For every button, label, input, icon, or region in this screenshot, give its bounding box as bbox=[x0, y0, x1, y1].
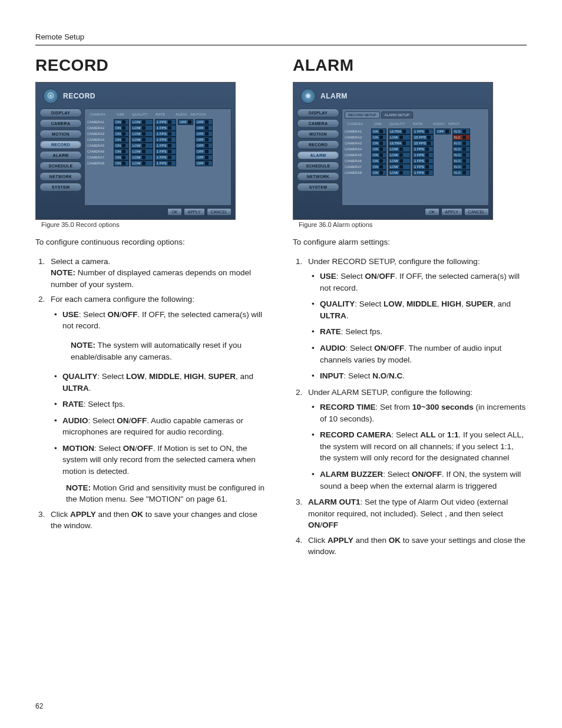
sidebar-item-system[interactable]: SYSTEM bbox=[39, 183, 82, 192]
dropdown[interactable]: ON bbox=[114, 137, 129, 143]
alarm-screenshot[interactable]: ✺ ALARM DISPLAYCAMERAMOTIONRECORDALARMSC… bbox=[293, 82, 493, 220]
dropdown[interactable]: LOW bbox=[388, 152, 411, 158]
dropdown[interactable]: ON bbox=[114, 143, 129, 149]
dropdown[interactable]: LOW bbox=[388, 158, 411, 164]
dropdown[interactable]: OFF bbox=[435, 129, 451, 134]
dropdown[interactable]: 15 FPS bbox=[412, 140, 434, 146]
dropdown[interactable]: LOW bbox=[131, 149, 153, 154]
dropdown[interactable]: ON bbox=[371, 152, 386, 158]
sidebar-item-motion[interactable]: MOTION bbox=[39, 130, 82, 139]
dropdown[interactable]: 1 FPS bbox=[155, 143, 176, 149]
dropdown[interactable]: OFF bbox=[195, 119, 213, 125]
dropdown[interactable]: 1 FPS bbox=[155, 137, 176, 143]
sidebar-item-record[interactable]: RECORD bbox=[297, 140, 339, 149]
dropdown[interactable]: ON bbox=[114, 125, 129, 131]
dropdown[interactable]: 1 FPS bbox=[155, 131, 176, 137]
dropdown[interactable]: N.O. bbox=[452, 158, 470, 164]
sidebar-item-record[interactable]: RECORD bbox=[39, 140, 82, 149]
dropdown[interactable]: 1 FPS bbox=[412, 129, 434, 134]
camera-label: CAMERA1 bbox=[345, 130, 369, 133]
dropdown[interactable]: OFF bbox=[178, 119, 193, 125]
dropdown[interactable]: 1 FPS bbox=[412, 146, 434, 152]
ok-button[interactable]: OK bbox=[425, 208, 439, 216]
dropdown[interactable]: 1 FPS bbox=[155, 149, 176, 154]
column-use: USE bbox=[117, 113, 132, 116]
camera-label: CAMERA2 bbox=[345, 136, 369, 139]
dropdown[interactable]: 1 FPS bbox=[155, 154, 176, 160]
apply-button[interactable]: APPLY bbox=[184, 208, 205, 216]
dropdown[interactable]: OFF bbox=[195, 125, 213, 131]
cancel-button[interactable]: CANCEL bbox=[207, 208, 232, 216]
dropdown[interactable]: LOW bbox=[388, 170, 411, 176]
dropdown[interactable]: ON bbox=[371, 158, 386, 164]
dropdown[interactable]: N.O. bbox=[452, 164, 470, 170]
sidebar-item-schedule[interactable]: SCHEDULE bbox=[39, 162, 82, 170]
dropdown[interactable]: LOW bbox=[388, 134, 411, 140]
sidebar-item-alarm[interactable]: ALARM bbox=[39, 151, 82, 160]
sidebar-item-motion[interactable]: MOTION bbox=[297, 130, 339, 139]
apply-button[interactable]: APPLY bbox=[441, 208, 462, 216]
record-screenshot[interactable]: ⦿ RECORD DISPLAYCAMERAMOTIONRECORDALARMS… bbox=[35, 82, 236, 220]
sidebar-item-camera[interactable]: CAMERA bbox=[39, 119, 82, 128]
dropdown[interactable]: N.O. bbox=[452, 170, 470, 176]
cancel-button[interactable]: CANCEL bbox=[464, 208, 489, 216]
alarm-step1: Under RECORD SETUP, configure the follow… bbox=[308, 257, 480, 266]
dropdown[interactable]: OFF bbox=[195, 143, 213, 149]
sidebar-item-display[interactable]: DISPLAY bbox=[39, 108, 82, 117]
dropdown[interactable]: ON bbox=[371, 134, 386, 140]
dropdown[interactable]: LOW bbox=[388, 146, 411, 152]
sidebar-item-network[interactable]: NETWORK bbox=[39, 172, 82, 181]
dropdown[interactable]: N.C. bbox=[452, 134, 470, 140]
sidebar-item-display[interactable]: DISPLAY bbox=[297, 108, 339, 117]
dropdown[interactable]: LOW bbox=[131, 137, 153, 143]
dropdown[interactable]: OFF bbox=[195, 131, 213, 137]
dropdown[interactable]: ON bbox=[114, 154, 129, 160]
dropdown[interactable]: ON bbox=[114, 131, 129, 137]
dropdown[interactable]: ON bbox=[371, 146, 386, 152]
sidebar-item-alarm[interactable]: ALARM bbox=[297, 151, 339, 160]
dropdown[interactable]: ON bbox=[371, 170, 386, 176]
dropdown[interactable]: 1 FPS bbox=[412, 158, 434, 164]
tab-record-setup[interactable]: RECORD SETUP bbox=[345, 111, 380, 118]
dropdown[interactable]: LOW bbox=[131, 125, 153, 131]
dropdown[interactable]: ULTRA bbox=[388, 140, 411, 146]
tab-alarm-setup[interactable]: ALARM SETUP bbox=[381, 111, 413, 118]
sidebar-item-schedule[interactable]: SCHEDULE bbox=[297, 162, 339, 170]
dropdown[interactable]: LOW bbox=[131, 154, 153, 160]
dropdown[interactable]: ON bbox=[371, 140, 386, 146]
dropdown[interactable]: ULTRA bbox=[388, 129, 411, 134]
dropdown[interactable]: OFF bbox=[195, 137, 213, 143]
dropdown[interactable]: LOW bbox=[131, 119, 153, 125]
dropdown[interactable]: N.O. bbox=[452, 140, 470, 146]
dropdown[interactable]: N.O. bbox=[452, 152, 470, 158]
dropdown[interactable]: 1 FPS bbox=[155, 119, 176, 125]
dropdown[interactable]: ON bbox=[114, 119, 129, 125]
dropdown[interactable]: 15 FPS bbox=[412, 134, 434, 140]
sidebar-item-network[interactable]: NETWORK bbox=[297, 172, 339, 181]
camera-label: CAMERA8 bbox=[345, 171, 369, 174]
dropdown[interactable]: 1 FPS bbox=[155, 160, 176, 166]
dropdown[interactable]: 1 FPS bbox=[412, 152, 434, 158]
dropdown[interactable]: N.O. bbox=[452, 146, 470, 152]
alarm-icon: ✺ bbox=[300, 88, 316, 104]
dropdown[interactable]: ON bbox=[371, 129, 386, 134]
dropdown[interactable]: 1 FPS bbox=[412, 170, 434, 176]
dropdown[interactable]: LOW bbox=[388, 164, 411, 170]
dropdown[interactable]: 1 FPS bbox=[412, 164, 434, 170]
dropdown[interactable]: ON bbox=[114, 149, 129, 154]
dropdown[interactable]: N.O. bbox=[452, 129, 470, 134]
dropdown[interactable]: OFF bbox=[195, 154, 213, 160]
dropdown[interactable]: LOW bbox=[131, 131, 153, 137]
sidebar-item-system[interactable]: SYSTEM bbox=[297, 183, 339, 192]
dropdown[interactable]: OFF bbox=[195, 149, 213, 154]
sidebar-item-camera[interactable]: CAMERA bbox=[297, 119, 339, 128]
column-use: USE bbox=[374, 122, 389, 126]
table-row: CAMERA5ONLOW1 FPSOFF bbox=[87, 143, 229, 149]
dropdown[interactable]: ON bbox=[371, 164, 386, 170]
dropdown[interactable]: 1 FPS bbox=[155, 125, 176, 131]
dropdown[interactable]: LOW bbox=[131, 143, 153, 149]
dropdown[interactable]: LOW bbox=[131, 160, 153, 166]
dropdown[interactable]: OFF bbox=[195, 160, 213, 166]
ok-button[interactable]: OK bbox=[167, 208, 181, 216]
dropdown[interactable]: ON bbox=[114, 160, 129, 166]
